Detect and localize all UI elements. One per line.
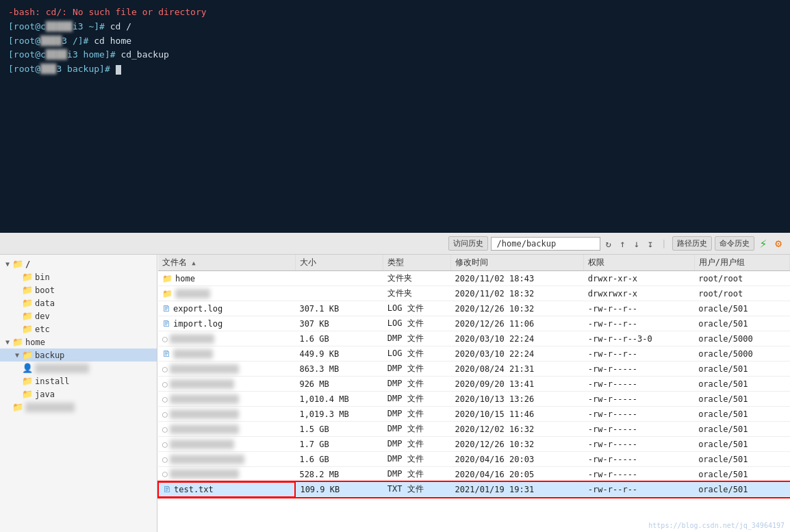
term-error: -bash: cd/: No such file or directory — [8, 5, 782, 20]
table-row[interactable]: ◯BLURRED_24.dmp863.3 MBDMP 文件2020/08/24 … — [158, 362, 790, 377]
file-size: 1.7 GB — [295, 437, 383, 452]
file-modified: 2020/12/26 10:32 — [451, 437, 584, 452]
sidebar-item-java[interactable]: 📁 java — [0, 388, 157, 401]
file-owner: oracle/5000 — [694, 331, 789, 346]
dmp-icon: ◯ — [162, 425, 167, 434]
file-modified: 2020/09/20 13:41 — [451, 377, 584, 392]
table-row[interactable]: ◯BLURRED_416.dmp1.6 GBDMP 文件2020/04/16 2… — [158, 452, 790, 467]
java-folder-icon: 📁 — [22, 389, 33, 399]
file-owner: root/root — [694, 286, 789, 301]
sidebar-label-bin: bin — [35, 273, 50, 282]
toolbar: 访问历史 /home/backup ↻ ↑ ↓ ↧ | 路径历史 命令历史 ⚡ … — [0, 233, 790, 255]
sidebar-item-boot[interactable]: 📁 boot — [0, 283, 157, 296]
file-perms: -rw-r--r-- — [584, 482, 694, 497]
file-owner: oracle/501 — [694, 301, 789, 316]
file-modified: 2020/03/10 22:24 — [451, 346, 584, 362]
file-name-blurred: BLURRED_16.dmp — [170, 469, 239, 479]
dev-folder-icon: 📁 — [22, 311, 33, 321]
settings-icon[interactable]: ⚙ — [772, 236, 785, 251]
file-owner: oracle/501 — [694, 316, 789, 331]
sidebar-item-backup[interactable]: ▼ 📁 backup — [0, 349, 157, 362]
file-perms: -rw-r----- — [584, 362, 694, 377]
file-modified: 2020/03/10 22:24 — [451, 331, 584, 346]
table-row[interactable]: 🖹BLURRED2449.9 KBLOG 文件2020/03/10 22:24-… — [158, 346, 790, 362]
file-name-blurred: BLURRED_P — [170, 334, 214, 344]
file-perms: -rw-r--r--3-0 — [584, 331, 694, 346]
file-owner: oracle/501 — [694, 452, 789, 467]
download-icon[interactable]: ↓ — [630, 237, 641, 251]
sidebar-label-root: / — [25, 259, 30, 269]
file-owner: oracle/501 — [694, 407, 789, 422]
file-type: DMP 文件 — [383, 331, 451, 346]
cmd-history-button[interactable]: 命令历史 — [715, 236, 754, 251]
file-owner: oracle/501 — [694, 482, 789, 497]
table-row[interactable]: ◯BLURRED_02.dmp1.5 GBDMP 文件2020/12/02 16… — [158, 422, 790, 437]
sidebar-item-dev[interactable]: 📁 dev — [0, 309, 157, 322]
dmp-icon: ◯ — [162, 469, 167, 479]
term-line-4: [root@███3 backup]# — [8, 62, 782, 77]
file-name-blurred: BLURRED_15.dmp — [170, 409, 239, 419]
bookmark-icon[interactable]: ↧ — [645, 237, 656, 251]
sidebar-item-sub-blurred[interactable]: 👤 blurredname — [0, 362, 157, 375]
dmp-icon: ◯ — [162, 440, 167, 449]
sidebar-item-home[interactable]: ▼ 📁 home — [0, 335, 157, 349]
file-modified: 2020/12/02 16:32 — [451, 422, 584, 437]
dmp-icon: ◯ — [162, 409, 167, 419]
file-type: DMP 文件 — [383, 422, 451, 437]
file-table-body: 📁home文件夹2020/11/02 18:43drwxr-xr-xroot/r… — [158, 271, 790, 497]
file-type: DMP 文件 — [383, 377, 451, 392]
file-size: 1,019.3 MB — [295, 407, 383, 422]
file-name: import.log — [173, 319, 222, 329]
col-size[interactable]: 大小 — [295, 255, 383, 271]
file-name: export.log — [173, 304, 222, 314]
table-header-row: 文件名 ▲ 大小 类型 修改时间 权限 用户/用户组 — [158, 255, 790, 271]
file-type: 文件夹 — [383, 271, 451, 286]
file-size — [295, 271, 383, 286]
col-owner[interactable]: 用户/用户组 — [694, 255, 789, 271]
file-name: test.txt — [174, 485, 214, 494]
col-modified[interactable]: 修改时间 — [451, 255, 584, 271]
lightning-icon[interactable]: ⚡ — [757, 235, 770, 252]
sort-arrow-name: ▲ — [192, 259, 195, 266]
col-name[interactable]: 文件名 ▲ — [158, 255, 295, 271]
table-row[interactable]: ◯BLURRED_15.dmp1,019.3 MBDMP 文件2020/10/1… — [158, 407, 790, 422]
sidebar-item-etc[interactable]: 📁 etc — [0, 322, 157, 335]
sidebar-item-bin[interactable]: 📁 bin — [0, 270, 157, 283]
table-row[interactable]: 📁home文件夹2020/11/02 18:43drwxr-xr-xroot/r… — [158, 271, 790, 286]
col-type[interactable]: 类型 — [383, 255, 451, 271]
table-row[interactable]: ◯BLURRED_P1.6 GBDMP 文件2020/03/10 22:24-r… — [158, 331, 790, 346]
term-line-1: [root@c█████i3 ~]# cd / — [8, 20, 782, 34]
table-row[interactable]: 🖹test.txt109.9 KBTXT 文件2021/01/19 19:31-… — [158, 482, 790, 497]
file-perms: -rw-r--r-- — [584, 346, 694, 362]
file-type: 文件夹 — [383, 286, 451, 301]
sidebar-label-sub-blurred: blurredname — [35, 364, 89, 373]
table-row[interactable]: ◯BLURRED_16.dmp528.2 MBDMP 文件2020/04/16 … — [158, 467, 790, 482]
sidebar-item-root[interactable]: ▼ 📁 / — [0, 257, 157, 270]
table-row[interactable]: 🖹export.log307.1 KBLOG 文件2020/12/26 10:3… — [158, 301, 790, 316]
backup-folder-icon: 📁 — [22, 350, 33, 360]
table-row[interactable]: 📁BLURRED文件夹2020/11/02 18:32drwxrwxr-xroo… — [158, 286, 790, 301]
visit-history-button[interactable]: 访问历史 — [448, 236, 488, 251]
sidebar-item-blurred1[interactable]: 📁 blurrednm1 — [0, 401, 157, 414]
file-type: LOG 文件 — [383, 316, 451, 331]
file-modified: 2020/10/13 13:26 — [451, 392, 584, 407]
table-row[interactable]: ◯BLURRED_13.dmp1,010.4 MBDMP 文件2020/10/1… — [158, 392, 790, 407]
up-icon[interactable]: ↑ — [617, 237, 628, 251]
file-perms: -rw-r----- — [584, 407, 694, 422]
file-modified: 2020/04/16 20:03 — [451, 452, 584, 467]
content-area: ▼ 📁 / 📁 bin 📁 boot 📁 — [0, 255, 790, 532]
table-row[interactable]: 🖹import.log307 KBLOG 文件2020/12/26 11:06-… — [158, 316, 790, 331]
table-row[interactable]: ◯BLURRED_6.dmp1.7 GBDMP 文件2020/12/26 10:… — [158, 437, 790, 452]
table-row[interactable]: ◯BLURRED_0.dmp926 MBDMP 文件2020/09/20 13:… — [158, 377, 790, 392]
term-line-2: [root@████3 /]# cd home — [8, 34, 782, 49]
sidebar-label-backup: backup — [35, 351, 64, 360]
path-display: /home/backup — [491, 237, 600, 251]
refresh-icon[interactable]: ↻ — [603, 237, 614, 251]
file-name-blurred: BLURRED — [175, 289, 210, 299]
dmp-icon: ◯ — [162, 334, 167, 344]
col-perms[interactable]: 权限 — [584, 255, 694, 271]
path-history-button[interactable]: 路径历史 — [672, 236, 712, 251]
sidebar-label-dev: dev — [35, 312, 50, 321]
sidebar-item-install[interactable]: 📁 install — [0, 375, 157, 388]
sidebar-item-data[interactable]: 📁 data — [0, 296, 157, 309]
